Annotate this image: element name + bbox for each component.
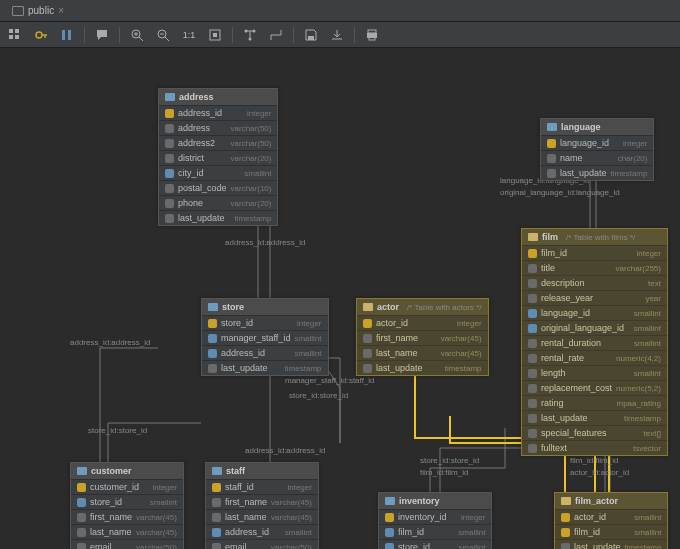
table-customer[interactable]: customercustomer_idintegerstore_idsmalli…: [70, 462, 184, 549]
column-row[interactable]: emailvarchar(50): [71, 539, 183, 549]
tool-columns-icon[interactable]: [58, 26, 76, 44]
tool-export-icon[interactable]: [328, 26, 346, 44]
column-row[interactable]: release_yearyear: [522, 290, 667, 305]
tool-zoom-reset[interactable]: 1:1: [180, 26, 198, 44]
column-row[interactable]: ratingmpaa_rating: [522, 395, 667, 410]
column-name: store_id: [398, 542, 454, 549]
tool-grid-icon[interactable]: [6, 26, 24, 44]
column-row[interactable]: emailvarchar(50): [206, 539, 318, 549]
svg-rect-3: [15, 35, 19, 39]
table-header[interactable]: staff: [206, 463, 318, 479]
table-inventory[interactable]: inventoryinventory_idintegerfilm_idsmall…: [378, 492, 492, 549]
table-header[interactable]: language: [541, 119, 653, 135]
column-row[interactable]: last_updatetimestamp: [357, 360, 488, 375]
column-row[interactable]: replacement_costnumeric(5,2): [522, 380, 667, 395]
table-header[interactable]: customer: [71, 463, 183, 479]
column-row[interactable]: last_updatetimestamp: [541, 165, 653, 180]
column-row[interactable]: film_idsmallint: [555, 524, 667, 539]
column-row[interactable]: last_namevarchar(45): [71, 524, 183, 539]
column-row[interactable]: manager_staff_idsmallint: [202, 330, 328, 345]
table-header[interactable]: store: [202, 299, 328, 315]
table-header[interactable]: actor/* Table with actors */: [357, 299, 488, 315]
table-header[interactable]: film/* Table with films */: [522, 229, 667, 245]
column-row[interactable]: postal_codevarchar(10): [159, 180, 277, 195]
column-row[interactable]: language_idinteger: [541, 135, 653, 150]
tool-zoom-out-icon[interactable]: [154, 26, 172, 44]
column-type: varchar(20): [231, 199, 272, 208]
diagram-canvas[interactable]: address_id:address_idaddress_id:address_…: [0, 48, 680, 549]
column-row[interactable]: lengthsmallint: [522, 365, 667, 380]
column-name: last_update: [541, 413, 620, 423]
column-row[interactable]: address_idinteger: [159, 105, 277, 120]
column-row[interactable]: last_updatetimestamp: [522, 410, 667, 425]
tool-save-icon[interactable]: [302, 26, 320, 44]
fk-icon: [528, 324, 537, 333]
col-icon: [528, 414, 537, 423]
column-row[interactable]: actor_idsmallint: [555, 509, 667, 524]
column-row[interactable]: store_idsmallint: [379, 539, 491, 549]
tool-print-icon[interactable]: [363, 26, 381, 44]
column-row[interactable]: staff_idinteger: [206, 479, 318, 494]
table-header[interactable]: film_actor: [555, 493, 667, 509]
tab-public[interactable]: public ×: [4, 3, 72, 18]
column-name: address2: [178, 138, 227, 148]
table-address[interactable]: addressaddress_idintegeraddressvarchar(5…: [158, 88, 278, 226]
column-row[interactable]: last_updatetimestamp: [159, 210, 277, 225]
column-row[interactable]: last_updatetimestamp: [555, 539, 667, 549]
column-row[interactable]: original_language_idsmallint: [522, 320, 667, 335]
col-icon: [165, 184, 174, 193]
table-film[interactable]: film/* Table with films */film_idinteger…: [521, 228, 668, 456]
table-title: inventory: [399, 496, 440, 506]
column-row[interactable]: address_idsmallint: [206, 524, 318, 539]
tool-route-icon[interactable]: [267, 26, 285, 44]
column-row[interactable]: customer_idinteger: [71, 479, 183, 494]
column-name: last_update: [221, 363, 281, 373]
column-row[interactable]: actor_idinteger: [357, 315, 488, 330]
toolbar: 1:1: [0, 22, 680, 48]
column-row[interactable]: descriptiontext: [522, 275, 667, 290]
column-row[interactable]: first_namevarchar(45): [71, 509, 183, 524]
tool-comment-icon[interactable]: [93, 26, 111, 44]
column-row[interactable]: rental_durationsmallint: [522, 335, 667, 350]
column-row[interactable]: titlevarchar(255): [522, 260, 667, 275]
column-row[interactable]: store_idsmallint: [71, 494, 183, 509]
column-row[interactable]: special_featurestext[]: [522, 425, 667, 440]
col-icon: [77, 528, 86, 537]
tool-zoom-in-icon[interactable]: [128, 26, 146, 44]
column-row[interactable]: fulltexttsvector: [522, 440, 667, 455]
column-type: varchar(50): [136, 543, 177, 550]
column-row[interactable]: film_idsmallint: [379, 524, 491, 539]
table-header[interactable]: inventory: [379, 493, 491, 509]
tool-fit-icon[interactable]: [206, 26, 224, 44]
tool-layout-icon[interactable]: [241, 26, 259, 44]
table-header[interactable]: address: [159, 89, 277, 105]
column-name: original_language_id: [541, 323, 630, 333]
column-row[interactable]: inventory_idinteger: [379, 509, 491, 524]
tool-key-icon[interactable]: [32, 26, 50, 44]
column-row[interactable]: language_idsmallint: [522, 305, 667, 320]
column-row[interactable]: last_updatetimestamp: [202, 360, 328, 375]
table-actor[interactable]: actor/* Table with actors */actor_idinte…: [356, 298, 489, 376]
column-row[interactable]: districtvarchar(20): [159, 150, 277, 165]
column-row[interactable]: first_namevarchar(45): [357, 330, 488, 345]
column-row[interactable]: last_namevarchar(45): [357, 345, 488, 360]
table-film_actor[interactable]: film_actoractor_idsmallintfilm_idsmallin…: [554, 492, 668, 549]
column-row[interactable]: last_namevarchar(45): [206, 509, 318, 524]
column-row[interactable]: address_idsmallint: [202, 345, 328, 360]
column-row[interactable]: rental_ratenumeric(4,2): [522, 350, 667, 365]
column-row[interactable]: namechar(20): [541, 150, 653, 165]
column-type: smallint: [634, 339, 661, 348]
table-language[interactable]: languagelanguage_idintegernamechar(20)la…: [540, 118, 654, 181]
column-row[interactable]: address2varchar(50): [159, 135, 277, 150]
close-icon[interactable]: ×: [58, 5, 64, 16]
column-row[interactable]: film_idinteger: [522, 245, 667, 260]
column-name: length: [541, 368, 630, 378]
column-row[interactable]: store_idinteger: [202, 315, 328, 330]
column-row[interactable]: first_namevarchar(45): [206, 494, 318, 509]
column-row[interactable]: city_idsmallint: [159, 165, 277, 180]
table-store[interactable]: storestore_idintegermanager_staff_idsmal…: [201, 298, 329, 376]
table-icon: [547, 123, 557, 131]
column-row[interactable]: addressvarchar(50): [159, 120, 277, 135]
table-staff[interactable]: staffstaff_idintegerfirst_namevarchar(45…: [205, 462, 319, 549]
column-row[interactable]: phonevarchar(20): [159, 195, 277, 210]
